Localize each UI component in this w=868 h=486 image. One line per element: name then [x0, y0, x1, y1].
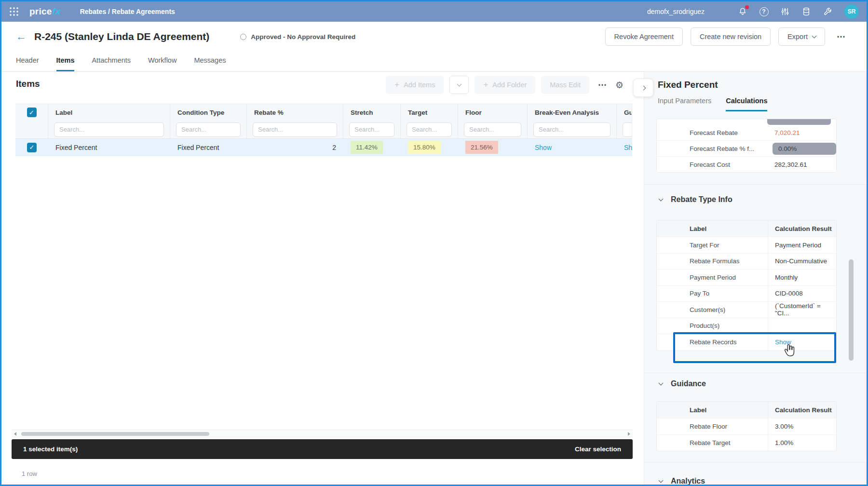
calc-row: Forecast Cost 282,302.61: [657, 157, 836, 173]
horizontal-scrollbar-thumb[interactable]: [21, 432, 209, 436]
col-calculation-result: Calculation Result: [768, 220, 836, 237]
add-items-button[interactable]: +Add Items: [386, 76, 444, 94]
help-icon[interactable]: ?: [759, 6, 769, 17]
approval-status: Approved - No Approval Required: [240, 33, 355, 40]
col-guidance[interactable]: Gu: [617, 109, 632, 116]
col-break-even[interactable]: Break-Even Analysis: [528, 109, 606, 116]
search-rebate-pct-input[interactable]: [253, 122, 337, 137]
chevron-down-icon: [659, 197, 664, 202]
guidance-show-link[interactable]: Sh: [617, 144, 632, 151]
col-stretch[interactable]: Stretch: [343, 109, 380, 116]
app-grid-icon[interactable]: [9, 7, 19, 16]
info-row: Pay To CID-0008: [657, 286, 836, 302]
notification-badge: [745, 5, 749, 9]
table-more-button[interactable]: ⋯: [595, 80, 610, 90]
search-floor-input[interactable]: [464, 122, 521, 137]
back-arrow-icon[interactable]: ←: [16, 31, 27, 42]
analytics-section-header[interactable]: Analytics: [659, 477, 705, 486]
agreement-tabs: Header Items Attachments Workflow Messag…: [1, 52, 867, 72]
tab-workflow[interactable]: Workflow: [148, 56, 176, 71]
guidance-table: Label Calculation Result Rebate Floor 3.…: [656, 401, 837, 451]
info-row: Payment Period Monthly: [657, 270, 836, 286]
cell-label: Fixed Percent: [48, 144, 104, 151]
cell-target-chip: 15.80%: [408, 141, 441, 154]
search-target-input[interactable]: [407, 122, 452, 137]
selection-bar: 1 selected item(s) Clear selection: [12, 439, 633, 459]
info-row: Customer(s) (`CustomerId` = "CI...: [657, 302, 836, 318]
rebate-records-show-link[interactable]: Show: [775, 338, 791, 346]
notifications-bell-icon[interactable]: [737, 6, 748, 17]
horizontal-scrollbar[interactable]: [12, 430, 633, 437]
calc-label: Forecast Rebate % f...: [657, 145, 766, 152]
table-row[interactable]: ✓ Fixed Percent Fixed Percent 2 11.42% 1…: [15, 139, 632, 156]
search-guidance-input[interactable]: [623, 122, 632, 137]
add-folder-button[interactable]: +Add Folder: [475, 76, 535, 94]
section-divider: [644, 373, 868, 373]
rebate-type-info-table: Label Calculation Result Target For Paym…: [656, 220, 837, 351]
settings-sliders-icon[interactable]: [780, 6, 790, 17]
guidance-row: Rebate Floor 3.00%: [657, 418, 836, 435]
page-header: ← R-245 (Stanley Linda DE Agreement) App…: [1, 22, 867, 52]
scroll-right-arrow-icon[interactable]: [628, 432, 630, 436]
search-condition-type-input[interactable]: [176, 122, 241, 137]
break-even-show-link[interactable]: Show: [528, 144, 559, 151]
col-condition-type[interactable]: Condition Type: [170, 109, 231, 116]
breadcrumb[interactable]: Rebates / Rebate Agreements: [80, 8, 175, 15]
table-settings-gear-icon[interactable]: ⚙: [615, 81, 624, 90]
calculations-table: Forecast Rebate 7,020.21 Forecast Rebate…: [656, 119, 837, 173]
tab-items[interactable]: Items: [56, 56, 75, 71]
add-items-dropdown-button[interactable]: [449, 76, 469, 94]
guidance-row: Rebate Target 1.00%: [657, 435, 836, 451]
col-floor[interactable]: Floor: [458, 109, 489, 116]
tab-input-parameters[interactable]: Input Parameters: [658, 97, 711, 111]
chevron-down-icon: [659, 478, 664, 483]
plus-icon: +: [483, 80, 488, 90]
tab-messages[interactable]: Messages: [194, 56, 226, 71]
calc-row: Forecast Rebate % f... 0.00%: [657, 141, 836, 157]
col-label: Label: [657, 225, 768, 232]
plus-icon: +: [394, 80, 399, 90]
tab-calculations[interactable]: Calculations: [726, 97, 767, 111]
col-label[interactable]: Label: [48, 109, 80, 116]
database-icon[interactable]: [801, 6, 812, 17]
select-all-checkbox[interactable]: ✓: [27, 108, 37, 117]
mass-edit-button[interactable]: Mass Edit: [541, 76, 589, 94]
guidance-section-header[interactable]: Guidance: [659, 379, 706, 388]
cut-off-value-chip: [767, 119, 831, 125]
info-row: Rebate Formulas Non-Cummulative: [657, 254, 836, 270]
tab-header[interactable]: Header: [16, 56, 39, 71]
search-break-even-input[interactable]: [533, 122, 610, 137]
col-rebate-pct[interactable]: Rebate %: [247, 109, 343, 116]
more-actions-button[interactable]: ⋯: [833, 31, 849, 42]
export-button[interactable]: Export: [778, 27, 825, 46]
scroll-left-arrow-icon[interactable]: [14, 432, 16, 436]
username: demofx_srodriguez: [647, 8, 705, 15]
cell-stretch-chip: 11.42%: [351, 141, 383, 154]
calc-value-chip: 0.00%: [773, 143, 836, 155]
rebate-type-info-section-header[interactable]: Rebate Type Info: [659, 195, 732, 204]
chevron-down-icon: [812, 34, 817, 39]
admin-wrench-icon[interactable]: [822, 6, 833, 17]
revoke-agreement-button[interactable]: Revoke Agreement: [605, 27, 683, 46]
panel-tabs: Input Parameters Calculations: [658, 97, 767, 111]
logo-fx: fx: [52, 6, 60, 17]
status-text: Approved - No Approval Required: [251, 33, 355, 40]
clear-selection-button[interactable]: Clear selection: [575, 446, 621, 453]
items-table: ✓ Label Condition Type Rebate % Stretch …: [15, 104, 632, 156]
items-heading: Items: [16, 79, 40, 89]
panel-scrollbar-thumb[interactable]: [849, 259, 854, 361]
chevron-down-icon: [659, 381, 664, 386]
collapse-panel-button[interactable]: [633, 79, 653, 97]
chevron-right-icon: [641, 85, 646, 90]
row-checkbox[interactable]: ✓: [27, 143, 37, 152]
search-label-input[interactable]: [54, 122, 164, 137]
pricefx-logo[interactable]: pricefx: [29, 6, 61, 17]
col-target[interactable]: Target: [401, 109, 434, 116]
section-title: Guidance: [671, 379, 706, 388]
tab-attachments[interactable]: Attachments: [92, 56, 131, 71]
calc-value: 282,302.61: [768, 161, 836, 168]
rebate-records-row: Rebate Records Show: [657, 334, 836, 351]
user-avatar[interactable]: SR: [844, 4, 859, 19]
create-new-revision-button[interactable]: Create new revision: [691, 27, 771, 46]
search-stretch-input[interactable]: [349, 122, 394, 137]
